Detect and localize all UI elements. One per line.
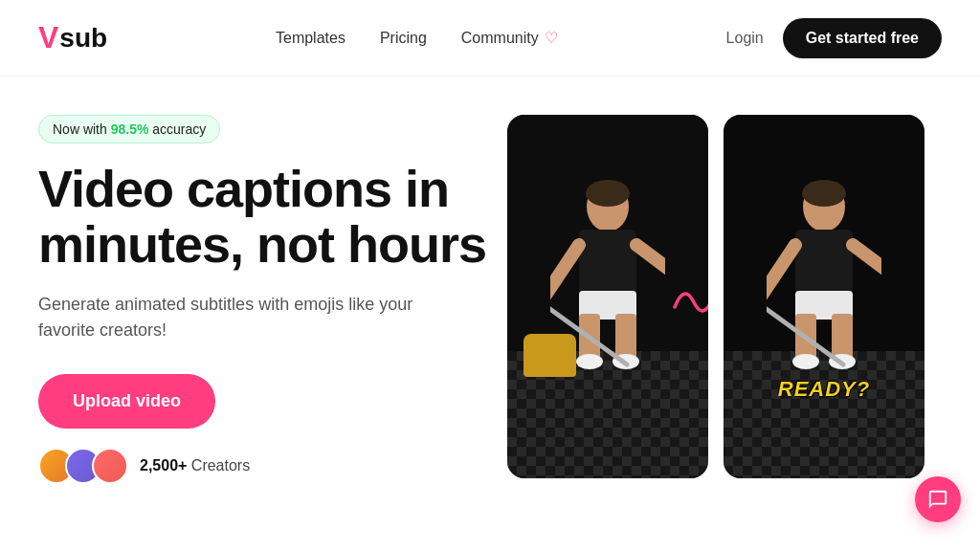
logo-text: sub bbox=[59, 23, 107, 54]
accuracy-number: 98.5% bbox=[111, 121, 149, 137]
caption-text: READY? bbox=[778, 377, 870, 401]
hero-subtitle: Generate animated subtitles with emojis … bbox=[38, 292, 421, 343]
chat-bubble[interactable] bbox=[915, 476, 961, 522]
creators-text: 2,500+ Creators bbox=[140, 457, 250, 474]
nav-community[interactable]: Community ♡ bbox=[461, 29, 558, 47]
nav-right: Login Get started free bbox=[726, 18, 942, 58]
creators-count: 2,500+ bbox=[140, 457, 187, 474]
svg-point-12 bbox=[802, 180, 846, 207]
navigation: V sub Templates Pricing Community ♡ Logi… bbox=[0, 0, 980, 77]
video-bg-2: READY? bbox=[724, 115, 924, 478]
upload-button[interactable]: Upload video bbox=[38, 374, 215, 429]
login-button[interactable]: Login bbox=[726, 30, 764, 47]
video-panels: READY? bbox=[507, 105, 942, 551]
doodle-scribble bbox=[665, 278, 708, 326]
creators-row: 2,500+ Creators bbox=[38, 448, 507, 484]
video-bg-1 bbox=[507, 115, 708, 478]
svg-line-19 bbox=[767, 245, 795, 302]
hero-title: Video captions in minutes, not hours bbox=[38, 161, 507, 273]
svg-rect-2 bbox=[579, 230, 636, 297]
video-panel-1 bbox=[507, 115, 708, 478]
svg-point-6 bbox=[576, 354, 603, 369]
chat-icon bbox=[927, 489, 948, 510]
accuracy-badge: Now with 98.5% accuracy bbox=[38, 115, 220, 143]
svg-point-1 bbox=[586, 180, 630, 207]
caption-overlay: READY? bbox=[778, 377, 870, 402]
avatar-3 bbox=[92, 448, 128, 484]
floor-chess-2 bbox=[724, 351, 924, 478]
nav-templates[interactable]: Templates bbox=[276, 30, 345, 47]
person-svg-2 bbox=[767, 178, 881, 369]
nav-pricing[interactable]: Pricing bbox=[380, 30, 427, 47]
logo-v: V bbox=[38, 20, 58, 55]
heart-icon: ♡ bbox=[545, 29, 558, 47]
yellow-bag bbox=[523, 334, 576, 377]
video-panel-2: READY? bbox=[724, 115, 924, 478]
main-content: Now with 98.5% accuracy Video captions i… bbox=[0, 77, 980, 551]
logo[interactable]: V sub bbox=[38, 20, 107, 55]
svg-rect-13 bbox=[795, 230, 853, 297]
nav-links: Templates Pricing Community ♡ bbox=[276, 29, 558, 47]
svg-line-8 bbox=[550, 245, 579, 302]
get-started-button[interactable]: Get started free bbox=[783, 18, 942, 58]
svg-line-9 bbox=[636, 245, 665, 274]
svg-line-20 bbox=[853, 245, 881, 274]
hero-left: Now with 98.5% accuracy Video captions i… bbox=[38, 105, 507, 551]
svg-point-17 bbox=[792, 354, 819, 369]
avatars bbox=[38, 448, 128, 484]
